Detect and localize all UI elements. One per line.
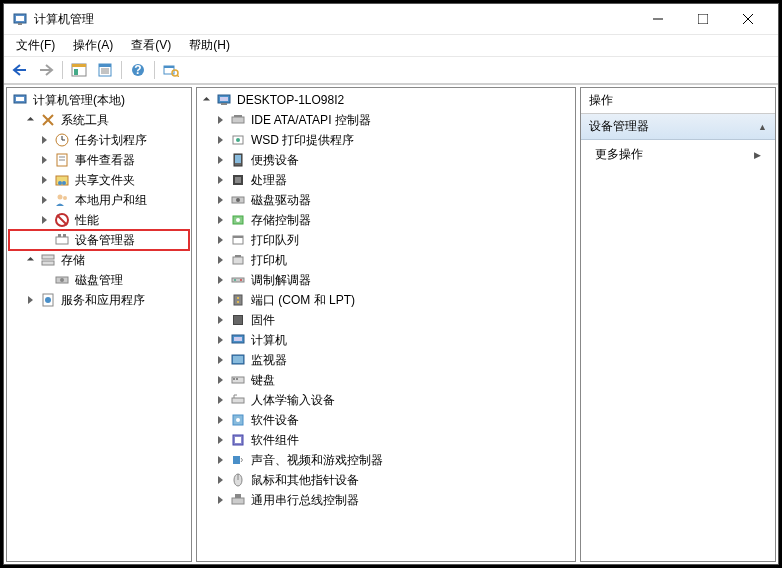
device-category[interactable]: 软件设备 xyxy=(199,410,573,430)
tree-device-manager[interactable]: 设备管理器 xyxy=(9,230,189,250)
expand-icon[interactable] xyxy=(213,433,227,447)
expand-icon[interactable] xyxy=(23,293,37,307)
expand-icon[interactable] xyxy=(213,373,227,387)
expand-icon[interactable] xyxy=(213,473,227,487)
device-category[interactable]: 键盘 xyxy=(199,370,573,390)
show-hide-tree-button[interactable] xyxy=(67,59,91,81)
expand-icon[interactable] xyxy=(213,153,227,167)
scan-hardware-button[interactable] xyxy=(159,59,183,81)
expand-icon[interactable] xyxy=(213,493,227,507)
expand-icon[interactable] xyxy=(213,393,227,407)
device-category[interactable]: 人体学输入设备 xyxy=(199,390,573,410)
item-label: 更多操作 xyxy=(595,146,643,163)
expand-icon[interactable] xyxy=(213,413,227,427)
device-category[interactable]: 调制解调器 xyxy=(199,270,573,290)
help-button[interactable]: ? xyxy=(126,59,150,81)
expand-icon[interactable] xyxy=(213,173,227,187)
svg-rect-77 xyxy=(233,378,235,380)
expand-icon[interactable] xyxy=(37,173,51,187)
device-category[interactable]: 通用串行总线控制器 xyxy=(199,490,573,510)
device-category[interactable]: 计算机 xyxy=(199,330,573,350)
expand-icon[interactable] xyxy=(37,193,51,207)
tree-services-apps[interactable]: 服务和应用程序 xyxy=(9,290,189,310)
expand-icon[interactable] xyxy=(37,153,51,167)
device-category[interactable]: 打印队列 xyxy=(199,230,573,250)
menu-help[interactable]: 帮助(H) xyxy=(181,35,238,56)
svg-point-69 xyxy=(237,301,239,303)
device-category[interactable]: 端口 (COM 和 LPT) xyxy=(199,290,573,310)
expand-icon[interactable] xyxy=(213,273,227,287)
expand-icon[interactable] xyxy=(213,453,227,467)
device-category[interactable]: 固件 xyxy=(199,310,573,330)
device-category[interactable]: 打印机 xyxy=(199,250,573,270)
forward-button[interactable] xyxy=(34,59,58,81)
properties-button[interactable] xyxy=(93,59,117,81)
device-category[interactable]: 声音、视频和游戏控制器 xyxy=(199,450,573,470)
back-button[interactable] xyxy=(8,59,32,81)
expand-icon[interactable] xyxy=(213,253,227,267)
svg-rect-39 xyxy=(42,255,54,259)
minimize-button[interactable] xyxy=(635,5,680,33)
svg-rect-46 xyxy=(220,97,228,101)
svg-rect-75 xyxy=(233,356,243,363)
more-actions-item[interactable]: 更多操作 ▶ xyxy=(581,140,775,169)
actions-pane: 操作 设备管理器 ▲ 更多操作 ▶ xyxy=(580,87,776,562)
expand-icon[interactable] xyxy=(213,293,227,307)
tree-root[interactable]: 计算机管理(本地) xyxy=(9,90,189,110)
tree-storage[interactable]: 存储 xyxy=(9,250,189,270)
device-category-icon xyxy=(230,272,246,288)
device-category-icon xyxy=(230,452,246,468)
tree-label: 存储控制器 xyxy=(249,211,313,230)
expand-icon[interactable] xyxy=(213,353,227,367)
tree-shared-folders[interactable]: 共享文件夹 xyxy=(9,170,189,190)
device-category-icon xyxy=(230,292,246,308)
console-tree-pane[interactable]: 计算机管理(本地) 系统工具 任务计划程序 事件查看器 共享文件夹 xyxy=(6,87,192,562)
expand-icon[interactable] xyxy=(213,113,227,127)
svg-rect-62 xyxy=(233,257,243,264)
svg-rect-22 xyxy=(16,97,24,101)
actions-section[interactable]: 设备管理器 ▲ xyxy=(581,114,775,140)
expand-icon[interactable] xyxy=(213,213,227,227)
tree-systools[interactable]: 系统工具 xyxy=(9,110,189,130)
device-category[interactable]: 便携设备 xyxy=(199,150,573,170)
menu-action[interactable]: 操作(A) xyxy=(65,35,121,56)
tree-label: 固件 xyxy=(249,311,277,330)
tree-disk-management[interactable]: 磁盘管理 xyxy=(9,270,189,290)
expand-icon[interactable] xyxy=(213,333,227,347)
device-category[interactable]: WSD 打印提供程序 xyxy=(199,130,573,150)
tree-task-scheduler[interactable]: 任务计划程序 xyxy=(9,130,189,150)
menu-view[interactable]: 查看(V) xyxy=(123,35,179,56)
device-category-icon xyxy=(230,352,246,368)
maximize-button[interactable] xyxy=(680,5,725,33)
expand-icon[interactable] xyxy=(213,193,227,207)
device-category[interactable]: IDE ATA/ATAPI 控制器 xyxy=(199,110,573,130)
collapse-icon[interactable] xyxy=(23,253,37,267)
close-button[interactable] xyxy=(725,5,770,33)
tree-label: 键盘 xyxy=(249,371,277,390)
collapse-icon[interactable] xyxy=(199,93,213,107)
tree-label: 磁盘管理 xyxy=(73,271,125,290)
device-category[interactable]: 处理器 xyxy=(199,170,573,190)
tree-event-viewer[interactable]: 事件查看器 xyxy=(9,150,189,170)
device-category-icon xyxy=(230,332,246,348)
device-category[interactable]: 磁盘驱动器 xyxy=(199,190,573,210)
expand-icon[interactable] xyxy=(213,133,227,147)
svg-rect-36 xyxy=(56,237,68,244)
device-category[interactable]: 鼠标和其他指针设备 xyxy=(199,470,573,490)
device-category[interactable]: 存储控制器 xyxy=(199,210,573,230)
collapse-icon[interactable] xyxy=(23,113,37,127)
device-category[interactable]: 监视器 xyxy=(199,350,573,370)
svg-rect-55 xyxy=(235,177,241,183)
expand-icon[interactable] xyxy=(213,233,227,247)
expand-icon[interactable] xyxy=(213,313,227,327)
tree-local-users[interactable]: 本地用户和组 xyxy=(9,190,189,210)
menu-file[interactable]: 文件(F) xyxy=(8,35,63,56)
device-root[interactable]: DESKTOP-1LO98I2 xyxy=(199,90,573,110)
device-category[interactable]: 软件组件 xyxy=(199,430,573,450)
expand-icon[interactable] xyxy=(37,213,51,227)
tree-label: 共享文件夹 xyxy=(73,171,137,190)
tree-performance[interactable]: 性能 xyxy=(9,210,189,230)
expand-icon[interactable] xyxy=(37,133,51,147)
device-tree-pane[interactable]: DESKTOP-1LO98I2 IDE ATA/ATAPI 控制器WSD 打印提… xyxy=(196,87,576,562)
app-icon xyxy=(12,11,28,27)
